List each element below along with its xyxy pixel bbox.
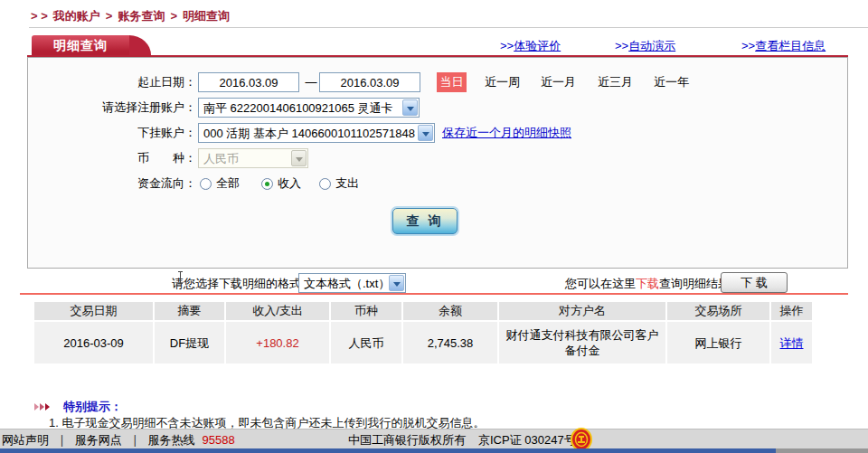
currency-label: 币 种： [28,148,196,168]
flow-option-income-label: 收入 [278,174,301,193]
flow-option-income[interactable]: 收入 [261,174,301,193]
notice-arrows-icon [34,403,54,412]
tab-detail-query[interactable]: 明细查询 [32,35,129,55]
quick-range-month[interactable]: 近一月 [541,72,576,92]
chevron-down-icon [291,150,307,166]
link-label: 体验评价 [514,39,561,52]
cell-summary: DF提现 [155,322,224,363]
flow-option-expense-label: 支出 [335,174,359,193]
breadcrumb: > >我的账户>账务查询>明细查询 [31,8,235,24]
link-prefix: >> [741,39,755,52]
flow-option-all[interactable]: 全部 [200,174,240,193]
header-counterparty: 对方户名 [499,302,665,320]
link-label: 自动演示 [628,39,675,52]
currency-select: 人民币 [198,148,308,168]
breadcrumb-separator: > [170,9,177,23]
cell-currency: 人民币 [331,322,401,363]
footer-copyright: 中国工商银行版权所有京ICP证 030247号 [348,432,576,448]
notice-title: 特别提示： [63,399,122,415]
date-dash: — [303,72,319,92]
table-header-row: 交易日期 摘要 收入/支出 币种 余额 对方户名 交易场所 操作 [34,302,812,320]
breadcrumb-item-my-account[interactable]: 我的账户 [53,9,100,23]
header-summary: 摘要 [155,302,224,320]
page: { "breadcrumb": { "prefix": "> >", "sepa… [0,0,868,453]
download-hint-post: 查询明细结果 [659,277,730,290]
header-income-expense: 收入/支出 [226,302,329,320]
footer-link-site-statement[interactable]: 网站声明 [2,433,49,447]
link-prefix: >> [500,39,514,52]
footer-hotline-number: 95588 [202,433,234,447]
footer-gray-line [776,448,868,453]
footer-divider: ｜ [56,433,68,447]
footer-divider: ｜ [129,433,141,447]
download-hint-pre: 您可以在这里 [565,277,636,290]
header-trade-date: 交易日期 [34,302,153,320]
flow-option-all-label: 全部 [216,174,240,193]
download-button[interactable]: 下载 [721,272,788,293]
results-table: 交易日期 摘要 收入/支出 币种 余额 对方户名 交易场所 操作 2016-03… [34,302,812,365]
breadcrumb-prefix: > > [31,9,48,23]
footer-left: 网站声明｜服务网点｜服务热线95588 [2,432,242,448]
register-account-select[interactable]: 南平 6222001406100921065 灵通卡 [198,98,420,118]
query-button[interactable]: 查 询 [392,208,458,234]
tab-tail-decoration [129,35,151,55]
icp-number: 京ICP证 030247号 [478,433,576,447]
radio-selected-icon[interactable] [261,178,273,190]
download-format-select[interactable]: 文本格式（.txt） [298,273,406,293]
link-prefix: >> [615,39,628,52]
breadcrumb-item-detail-query[interactable]: 明细查询 [183,9,230,23]
cell-balance: 2,745.38 [403,322,497,363]
download-format-label: 请您选择下载明细的格式 [172,274,301,294]
link-label: 查看栏目信息 [755,39,826,52]
detail-link[interactable]: 详情 [780,335,804,351]
query-form-panel: 起止日期： — 当日 近一周 近一月 近三月 近一年 请选择注册账户： 南平 6… [27,57,848,269]
link-view-column-info[interactable]: >>查看栏目信息 [741,38,826,53]
text-cursor [177,271,184,284]
chevron-down-icon[interactable] [389,275,404,291]
radio-icon[interactable] [200,178,212,190]
save-snapshot-link[interactable]: 保存近一个月的明细快照 [442,123,571,143]
footer-blue-line [0,448,776,453]
date-from-input[interactable] [198,72,299,92]
cell-action: 详情 [771,322,812,363]
breadcrumb-item-account-query[interactable]: 账务查询 [118,9,165,23]
download-hint: 您可以在这里下载查询明细结果 [565,274,730,294]
today-button[interactable]: 当日 [437,72,467,92]
date-to-input[interactable] [319,72,420,92]
currency-value: 人民币 [203,150,239,167]
quick-range-quarter[interactable]: 近三月 [598,72,633,92]
cell-amount: +180.82 [226,322,329,363]
download-format-value: 文本格式（.txt） [304,275,390,292]
quick-range-week[interactable]: 近一周 [485,72,520,92]
cell-counterparty: 财付通支付科技有限公司客户备付金 [499,322,665,363]
table-row: 2016-03-09 DF提现 +180.82 人民币 2,745.38 财付通… [34,322,812,363]
copyright-text: 中国工商银行版权所有 [348,433,466,447]
sub-account-value: 000 活期 基本户 1406600101102571848 [203,125,415,142]
download-hint-emphasis: 下载 [636,277,659,290]
header-currency: 币种 [331,302,401,320]
chevron-down-icon[interactable] [402,99,418,116]
footer-link-service-outlets[interactable]: 服务网点 [75,433,122,447]
date-range-label: 起止日期： [28,72,196,92]
link-experience-rating[interactable]: >>体验评价 [500,38,561,53]
cell-channel: 网上银行 [667,322,769,363]
radio-icon[interactable] [319,178,331,190]
flow-option-expense[interactable]: 支出 [319,174,359,193]
register-account-value: 南平 6222001406100921065 灵通卡 [203,99,393,117]
register-account-label: 请选择注册账户： [28,98,196,118]
breadcrumb-divider [29,27,868,28]
footer-bar: 网站声明｜服务网点｜服务热线95588 中国工商银行版权所有京ICP证 0302… [0,429,868,448]
header-action: 操作 [771,302,812,320]
breadcrumb-separator: > [106,9,113,23]
cell-trade-date: 2016-03-09 [34,322,153,363]
sub-account-label: 下挂账户： [28,123,196,143]
chevron-down-icon[interactable] [418,125,433,141]
section-divider-red [20,293,848,295]
header-channel: 交易场所 [667,302,769,320]
header-balance: 余额 [403,302,497,320]
link-auto-demo[interactable]: >>自动演示 [615,38,675,53]
sub-account-select[interactable]: 000 活期 基本户 1406600101102571848 [198,123,435,143]
footer-hotline-label: 服务热线 [147,433,194,447]
fund-flow-label: 资金流向： [28,174,196,193]
quick-range-year[interactable]: 近一年 [654,72,689,92]
